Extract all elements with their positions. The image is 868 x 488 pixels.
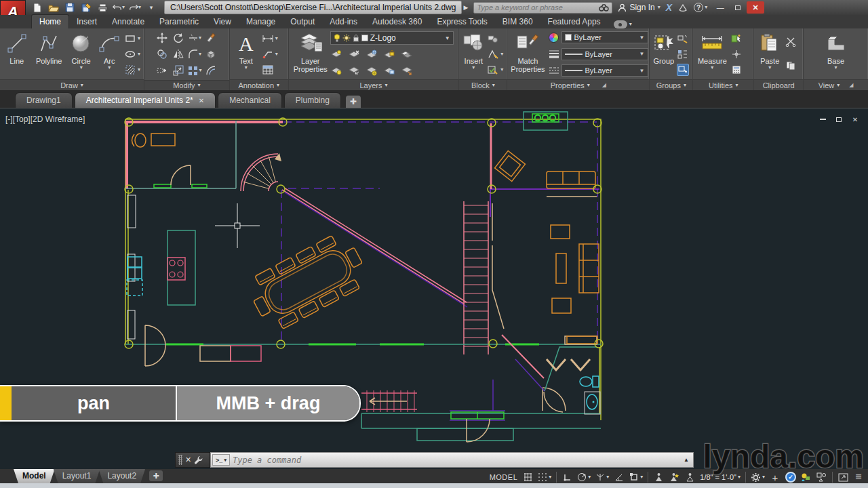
annotation-visibility-toggle[interactable]: [652, 470, 665, 484]
id-point-button[interactable]: [730, 33, 743, 45]
command-input-area[interactable]: >_▾ ▲: [210, 452, 694, 468]
drawing-canvas[interactable]: [-][Top][2D Wireframe] ✕: [0, 108, 868, 469]
panel-expand-icon[interactable]: ◢: [849, 82, 853, 88]
block-editor-button[interactable]: ▾: [487, 64, 503, 76]
view-panel-label[interactable]: View▾◢: [804, 79, 868, 90]
stretch-button[interactable]: [154, 62, 170, 79]
make-current-button[interactable]: [330, 64, 342, 77]
file-tab-architectural[interactable]: Architectural Imperial Units 2*✕: [75, 92, 216, 108]
measure-button[interactable]: Measure ▾: [695, 30, 729, 78]
recent-commands-icon[interactable]: ▲: [681, 457, 692, 463]
drawing-minimize-button[interactable]: [818, 115, 827, 123]
linetype-list-icon[interactable]: [548, 64, 560, 77]
layer-thaw-button[interactable]: [383, 64, 395, 77]
annotation-scale-button[interactable]: [683, 470, 696, 484]
customization-menu-button[interactable]: ≡: [852, 470, 865, 484]
a360-icon[interactable]: [677, 3, 688, 12]
modify-panel-label[interactable]: Modify▾: [144, 80, 229, 90]
search-input[interactable]: [477, 3, 599, 12]
restore-button[interactable]: [729, 1, 747, 14]
properties-panel-label[interactable]: Properties▾◢: [507, 79, 649, 90]
undo-button[interactable]: ▾: [113, 2, 125, 14]
block-panel-label[interactable]: Block▾: [459, 79, 507, 90]
wrench-customize-icon[interactable]: [194, 455, 203, 464]
chevron-down-icon[interactable]: ▾: [762, 474, 765, 480]
drawing-close-button[interactable]: ✕: [850, 115, 860, 123]
array-button[interactable]: ▾: [186, 62, 203, 79]
layer-properties-button[interactable]: Layer Properties: [291, 30, 330, 78]
new-drawing-tab-button[interactable]: ✚: [346, 96, 361, 108]
utilities-panel-label[interactable]: Utilities▾: [693, 79, 753, 90]
layout-tab-layout2[interactable]: Layout2: [98, 469, 145, 483]
lineweight-dropdown[interactable]: ByLayer▼: [561, 48, 648, 60]
close-button[interactable]: ✕: [747, 1, 764, 14]
layer-unlock-button[interactable]: [366, 64, 378, 77]
help-search-box[interactable]: [473, 2, 612, 14]
layer-freeze-button[interactable]: [366, 49, 378, 61]
snap-mode-toggle[interactable]: ▾: [536, 470, 553, 484]
quick-calc-button[interactable]: [730, 64, 743, 76]
drag-grip-icon[interactable]: [178, 455, 182, 465]
groups-panel-label[interactable]: Groups▾: [650, 79, 692, 90]
layer-match-button[interactable]: [401, 49, 413, 61]
file-tab-plumbing[interactable]: Plumbing: [284, 92, 341, 108]
rectangle-button[interactable]: ▾: [124, 33, 140, 45]
rotate-button[interactable]: [170, 30, 186, 46]
lineweight-list-icon[interactable]: [548, 48, 560, 60]
mirror-button[interactable]: [170, 46, 186, 62]
object-visibility-button[interactable]: [815, 470, 829, 484]
tab-autodesk-360[interactable]: Autodesk 360: [365, 15, 429, 28]
trim-button[interactable]: ▾: [186, 30, 203, 46]
screencast-button[interactable]: ▾: [614, 20, 632, 28]
match-properties-button[interactable]: Match Properties: [509, 30, 546, 78]
command-prompt-icon[interactable]: >_▾: [212, 454, 230, 466]
layout-tab-layout1[interactable]: Layout1: [54, 469, 100, 483]
tab-bim-360[interactable]: BIM 360: [495, 15, 540, 28]
copy-button[interactable]: [154, 46, 170, 62]
group-edit-button[interactable]: [677, 48, 689, 60]
linetype-dropdown[interactable]: ByLayer▼: [561, 64, 648, 77]
color-wheel-icon[interactable]: [548, 31, 560, 43]
tab-insert[interactable]: Insert: [69, 15, 104, 28]
file-tab-drawing1[interactable]: Drawing1: [15, 92, 73, 108]
tab-view[interactable]: View: [206, 15, 239, 28]
dimension-button[interactable]: ▾: [262, 33, 278, 45]
layer-isolate-button[interactable]: [348, 49, 360, 61]
group-selection-toggle[interactable]: [677, 64, 689, 76]
cut-button[interactable]: [785, 36, 797, 48]
viewport-controls-label[interactable]: [-][Top][2D Wireframe]: [5, 115, 85, 124]
ellipse-button[interactable]: ▾: [124, 48, 140, 60]
base-button[interactable]: Base ▾: [821, 30, 851, 78]
file-tab-mechanical[interactable]: Mechanical: [218, 92, 282, 108]
annotation-monitor-button[interactable]: +: [768, 470, 782, 484]
tab-parametric[interactable]: Parametric: [152, 15, 206, 28]
layer-off-button[interactable]: [330, 49, 342, 61]
tab-annotate[interactable]: Annotate: [104, 15, 152, 28]
leader-button[interactable]: ▾: [262, 48, 278, 60]
scale-button[interactable]: [170, 62, 186, 79]
tab-add-ins[interactable]: Add-ins: [322, 15, 365, 28]
graphics-performance-button[interactable]: ✓: [784, 470, 797, 484]
line-button[interactable]: Line: [2, 30, 32, 78]
drawing-restore-button[interactable]: [834, 115, 844, 123]
command-line-bar[interactable]: ✕ >_▾ ▲: [175, 452, 694, 468]
tab-output[interactable]: Output: [283, 15, 322, 28]
tab-home[interactable]: Home: [31, 14, 69, 28]
isometric-drafting-toggle[interactable]: ▾: [594, 470, 610, 484]
table-button[interactable]: [262, 64, 278, 76]
tab-featured-apps[interactable]: Featured Apps: [540, 15, 608, 28]
exchange-apps-icon[interactable]: X: [666, 2, 672, 13]
chevron-down-icon[interactable]: ▾: [606, 474, 609, 480]
annotation-scale-value[interactable]: 1/8" = 1'-0"▾: [698, 470, 742, 484]
isolate-objects-button[interactable]: [800, 470, 813, 484]
hatch-button[interactable]: ▾: [124, 64, 140, 76]
command-line-handle[interactable]: ✕: [175, 452, 210, 468]
path-expand-icon[interactable]: ▶: [463, 4, 468, 11]
polyline-button[interactable]: Polyline: [32, 30, 66, 78]
fillet-button[interactable]: ▾: [186, 46, 203, 62]
create-block-button[interactable]: [487, 33, 503, 45]
layer-lock-button[interactable]: [383, 49, 395, 61]
tab-express-tools[interactable]: Express Tools: [429, 15, 494, 28]
layer-off-current-button[interactable]: [401, 64, 413, 77]
point-button[interactable]: [730, 48, 743, 60]
